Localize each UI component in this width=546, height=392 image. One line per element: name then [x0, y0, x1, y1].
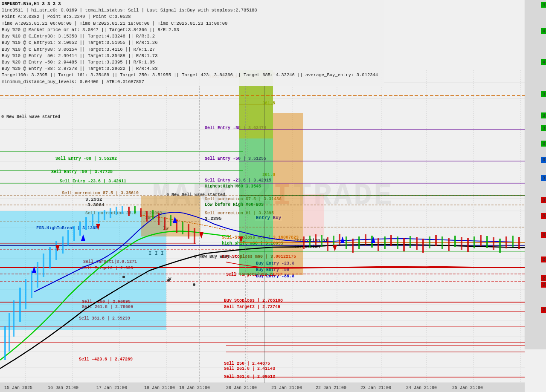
svg-rect-113 — [384, 236, 386, 249]
svg-rect-125 — [461, 237, 462, 250]
svg-rect-98 — [188, 224, 189, 239]
svg-marker-144 — [333, 245, 337, 251]
svg-rect-108 — [352, 239, 354, 253]
svg-rect-114 — [390, 235, 392, 246]
svg-rect-97 — [182, 222, 183, 234]
svg-rect-117 — [410, 236, 411, 248]
bottom-axis: 15 Jan 2025 16 Jan 21:00 17 Jan 21:00 18… — [0, 383, 525, 392]
scale-val-4a: 4 — [543, 3, 545, 7]
info-line-11: Target100: 3.2395 || Target 161: 3.35488… — [2, 72, 382, 78]
scale-val-3i: 3 — [543, 233, 545, 237]
scale-val-3c: 3 — [543, 126, 545, 131]
info-line-2: Point A:3.0382 | Point B:3.2249 | Point … — [2, 14, 382, 20]
svg-rect-88 — [128, 207, 130, 216]
svg-rect-120 — [429, 236, 430, 248]
svg-rect-130 — [493, 237, 494, 250]
svg-rect-100 — [303, 236, 305, 249]
scale-val-2a: 2 — [543, 257, 545, 262]
svg-rect-92 — [152, 210, 154, 219]
scale-val-3e: 3 — [543, 158, 545, 162]
svg-rect-73 — [37, 262, 38, 288]
svg-rect-134 — [518, 237, 520, 249]
scale-val-3b: 3 — [543, 113, 545, 118]
time-label-4: 19 Jan 21:00 — [179, 386, 210, 390]
svg-rect-115 — [397, 236, 398, 249]
scale-val-3a: 3 — [543, 92, 545, 97]
scale-val-4b: 4 — [543, 29, 545, 34]
info-panel: XRPUSDT-Bin,H1 3 3 3 3 line3511 | h1_atr… — [0, 0, 384, 86]
svg-rect-87 — [122, 206, 123, 214]
svg-rect-78 — [67, 230, 69, 246]
svg-rect-68 — [9, 313, 10, 352]
info-line-7: Buy %10 @ C_Entry88: 3.06154 || Target:3… — [2, 46, 382, 53]
svg-rect-85 — [110, 208, 111, 218]
svg-rect-72 — [31, 271, 32, 298]
scale-val-2c: 2 — [543, 282, 545, 287]
scale-val-3h: 3 — [543, 214, 545, 219]
svg-rect-94 — [164, 217, 166, 230]
time-label-6: 21 Jan 21:00 — [271, 386, 302, 390]
svg-rect-129 — [486, 236, 488, 248]
time-label-9: 24 Jan 21:00 — [406, 386, 437, 390]
time-label-5: 20 Jan 21:00 — [226, 386, 257, 390]
time-label-3: 18 Jan 21:00 — [144, 386, 175, 390]
svg-rect-101 — [309, 236, 311, 248]
svg-rect-67 — [4, 326, 6, 360]
svg-rect-34 — [273, 113, 303, 275]
svg-rect-91 — [146, 211, 148, 222]
svg-rect-76 — [55, 241, 57, 260]
scale-val-2d: 2 — [543, 308, 545, 312]
svg-rect-35 — [303, 194, 324, 236]
scale-val-2b: 2 — [543, 276, 545, 281]
chart-title: XRPUSDT-Bin,H1 3 3 3 3 — [2, 1, 382, 7]
svg-rect-112 — [378, 238, 379, 251]
svg-rect-104 — [327, 237, 328, 251]
svg-rect-119 — [422, 239, 424, 253]
time-label-10: 25 Jan 21:00 — [452, 386, 483, 390]
time-label-7: 22 Jan 21:00 — [316, 386, 346, 390]
info-line-9: Buy %20 @ Entry -50: 2.94485 || Target:3… — [2, 59, 382, 66]
svg-rect-90 — [140, 208, 142, 217]
svg-rect-95 — [170, 215, 171, 226]
chart-container: MARKTZITRADE XRPUSDT-Bin,H1 3 3 3 3 line… — [0, 0, 546, 392]
chart-svg — [0, 70, 525, 383]
svg-rect-109 — [358, 236, 360, 249]
svg-rect-83 — [98, 212, 99, 223]
svg-point-145 — [122, 276, 125, 278]
svg-rect-71 — [25, 279, 26, 309]
svg-rect-106 — [339, 234, 340, 245]
svg-rect-102 — [315, 234, 317, 245]
svg-rect-128 — [480, 235, 482, 246]
svg-rect-74 — [43, 254, 44, 277]
scale-val-3d: 3 — [543, 141, 545, 146]
scale-val-3g: 3 — [543, 198, 545, 203]
svg-rect-121 — [435, 235, 437, 246]
svg-rect-124 — [454, 236, 456, 247]
svg-rect-81 — [85, 217, 87, 230]
info-line-12: minimum_distance_buy_levels: 0.04406 | A… — [2, 79, 382, 85]
svg-rect-89 — [134, 206, 136, 213]
svg-rect-82 — [92, 214, 93, 226]
svg-rect-110 — [365, 234, 366, 245]
svg-rect-79 — [73, 226, 75, 241]
svg-rect-80 — [79, 222, 81, 236]
time-label-0: 15 Jan 2025 — [4, 386, 32, 390]
info-line-10: Buy %20 @ Entry -88: 2.87278 || Target:3… — [2, 66, 382, 72]
info-line-4: Buy %20 @ Market price or at: 3.0847 || … — [2, 27, 382, 33]
svg-rect-123 — [448, 238, 450, 251]
svg-rect-84 — [104, 210, 105, 220]
info-line-3: Time A:2025.01.21 06:00:00 | Time B:2025… — [2, 20, 382, 27]
svg-rect-69 — [13, 300, 15, 337]
time-label-1: 16 Jan 21:00 — [48, 386, 78, 390]
info-line-6: Buy %10 @ C_Entry61: 3.10952 || Target:3… — [2, 40, 382, 46]
svg-rect-127 — [473, 236, 475, 248]
svg-rect-99 — [194, 228, 195, 244]
svg-rect-107 — [346, 236, 347, 249]
scale-val-4c: 4 — [543, 60, 545, 65]
svg-rect-118 — [416, 237, 418, 250]
info-line-8: Buy %10 @ Entry -50: 2.99414 || Target:3… — [2, 53, 382, 59]
svg-rect-116 — [403, 238, 405, 251]
info-line-1: line3511 | h1_atr_c0: 0.0169 | tema_h1_s… — [2, 7, 382, 14]
svg-marker-138 — [340, 236, 345, 243]
svg-rect-70 — [19, 288, 21, 322]
